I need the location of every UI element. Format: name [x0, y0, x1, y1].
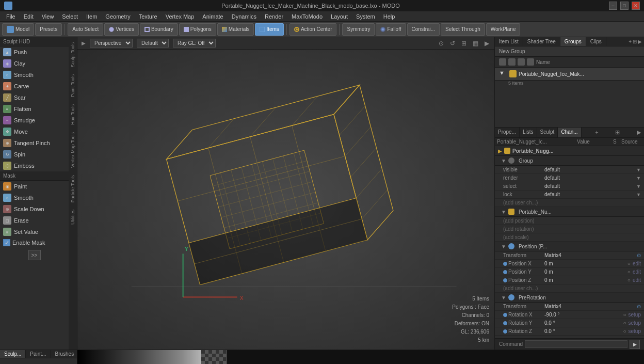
tool-erase[interactable]: ◻ Erase	[0, 215, 69, 226]
viewport[interactable]: ▶ Perspective Default Ray GL: Off ⊙ ↺ ⊞ …	[77, 37, 494, 350]
pos-y-radio[interactable]: ○	[627, 269, 631, 275]
expand-button[interactable]: >>	[28, 250, 41, 260]
constrain-button[interactable]: Constrai...	[407, 23, 440, 36]
pos-y-edit[interactable]: edit	[633, 269, 641, 275]
section-prerotation[interactable]: ▼ PreRotation	[495, 293, 644, 303]
rot-z-radio[interactable]: ○	[623, 328, 626, 334]
menu-file[interactable]: File	[2, 12, 20, 21]
vtab-paint-tools[interactable]: Paint Tools	[69, 71, 76, 100]
pos-z-radio[interactable]: ○	[627, 277, 631, 283]
ptab-properties[interactable]: Prope...	[495, 128, 520, 137]
tool-scar[interactable]: ╱ Scar	[0, 92, 69, 103]
rot-y-radio[interactable]: ○	[623, 320, 626, 326]
btab-sculpt[interactable]: Sculp...	[0, 350, 26, 358]
right-panel-menu[interactable]: ▶	[638, 39, 642, 44]
vtab-particle-tools[interactable]: Particle Tools	[69, 172, 76, 205]
command-submit[interactable]: ▶	[630, 340, 640, 349]
menu-item[interactable]: Item	[82, 12, 101, 21]
btab-paint[interactable]: Paint...	[26, 350, 51, 358]
rot-z-setup[interactable]: setup	[629, 328, 641, 334]
menu-animate[interactable]: Animate	[198, 12, 227, 21]
right-panel-expand[interactable]: ⊞	[633, 39, 637, 44]
items-button[interactable]: Items	[255, 23, 283, 36]
btab-brushes[interactable]: Brushes	[51, 350, 79, 358]
raygl-dropdown[interactable]: Ray GL: Off	[173, 39, 216, 48]
visible-arrow[interactable]: ▼	[636, 167, 641, 172]
tool-clay[interactable]: ◈ Clay	[0, 58, 69, 69]
viewport-icon1[interactable]: ⊙	[439, 40, 444, 47]
transform2-link-icon[interactable]: ⊙	[637, 304, 641, 309]
tool-carve[interactable]: ✦ Carve	[0, 81, 69, 92]
model-button[interactable]: Model	[2, 23, 34, 36]
menu-render[interactable]: Render	[261, 12, 287, 21]
tab-clips[interactable]: Clips	[586, 37, 606, 46]
auto-select-button[interactable]: Auto Select	[68, 23, 103, 36]
render-arrow[interactable]: ▼	[636, 176, 641, 181]
tab-groups[interactable]: Groups	[560, 37, 586, 46]
menu-edit[interactable]: Edit	[20, 12, 38, 21]
vtab-vertex-map-tools[interactable]: Vertex Map Tools	[69, 129, 76, 171]
menu-maxtomodo[interactable]: MaxToModo	[287, 12, 327, 21]
tool-smooth-mask[interactable]: ○ Smooth	[0, 192, 69, 203]
viewport-icon2[interactable]: ↺	[450, 40, 455, 47]
command-input[interactable]	[525, 340, 627, 348]
shading-dropdown[interactable]: Default	[137, 39, 169, 48]
menu-vertexmap[interactable]: Vertex Map	[162, 12, 199, 21]
pos-z-edit[interactable]: edit	[633, 277, 641, 283]
workplane-button[interactable]: WorkPlane	[486, 23, 521, 36]
section-portable-nu[interactable]: ▼ Portable_Nu...	[495, 207, 644, 217]
tool-flatten[interactable]: ≡ Flatten	[0, 103, 69, 115]
right-panel-add[interactable]: +	[629, 39, 632, 44]
tool-paint-mask[interactable]: ◉ Paint	[0, 181, 69, 192]
group-item[interactable]: ▼ Portable_Nugget_Ice_Mak...	[495, 68, 644, 81]
falloff-button[interactable]: Falloff	[376, 23, 406, 36]
menu-system[interactable]: System	[352, 12, 379, 21]
section-portable-nugg[interactable]: ▶ Portable_Nugg...	[495, 146, 644, 156]
presets-button[interactable]: Presets	[35, 23, 62, 36]
menu-geometry[interactable]: Geometry	[101, 12, 134, 21]
vtab-hair-tools[interactable]: Hair Tools	[69, 101, 76, 128]
tab-item-list[interactable]: Item List	[495, 37, 523, 46]
menu-help[interactable]: Help	[379, 12, 399, 21]
transform-link-icon[interactable]: ⊙	[637, 252, 641, 258]
section-position[interactable]: ▼ Position (P...	[495, 242, 644, 251]
close-button[interactable]: ✕	[632, 2, 640, 10]
materials-button[interactable]: Materials	[217, 23, 254, 36]
viewport-arrow[interactable]: ▶	[82, 40, 86, 46]
tool-scale-down[interactable]: ⊘ Scale Down	[0, 203, 69, 215]
ptab-channels[interactable]: Chan...	[558, 128, 581, 137]
action-center-button[interactable]: Action Center	[289, 23, 337, 36]
minimize-button[interactable]: –	[609, 2, 617, 10]
vtab-sculpt-tools[interactable]: Sculpt Tools	[69, 39, 76, 70]
enable-mask-checkbox[interactable]: ✓	[3, 239, 10, 246]
viewport-canvas[interactable]: X Y	[77, 50, 494, 350]
menu-select[interactable]: Select	[58, 12, 82, 21]
viewport-icon4[interactable]: ▦	[473, 40, 478, 47]
ptab-add[interactable]: +	[592, 128, 601, 137]
viewport-icon3[interactable]: ⊞	[461, 40, 466, 47]
tool-smooth[interactable]: ○ Smooth	[0, 69, 69, 81]
tool-smudge[interactable]: ~ Smudge	[0, 115, 69, 126]
perspective-dropdown[interactable]: Perspective	[90, 39, 133, 48]
viewport-icon5[interactable]: ▶	[485, 40, 489, 47]
ptab-expand[interactable]: ⊞	[612, 128, 623, 137]
tab-shader-tree[interactable]: Shader Tree	[523, 37, 560, 46]
menu-view[interactable]: View	[38, 12, 58, 21]
group-toggle[interactable]: ▼	[499, 70, 507, 78]
tool-spin[interactable]: ↻ Spin	[0, 149, 69, 160]
tool-move[interactable]: ✥ Move	[0, 126, 69, 137]
tool-push[interactable]: ▲ Push	[0, 46, 69, 58]
menu-texture[interactable]: Texture	[135, 12, 162, 21]
pos-x-edit[interactable]: edit	[633, 261, 641, 266]
menu-layout[interactable]: Layout	[327, 12, 352, 21]
ptab-menu[interactable]: ▶	[634, 128, 644, 137]
polygons-button[interactable]: Polygons	[179, 23, 216, 36]
boundary-button[interactable]: Boundary	[140, 23, 178, 36]
vertices-button[interactable]: Vertices	[104, 23, 139, 36]
tool-tangent-pinch[interactable]: ⊕ Tangent Pinch	[0, 137, 69, 149]
select-arrow[interactable]: ▼	[636, 184, 641, 189]
pos-x-radio[interactable]: ○	[627, 261, 631, 266]
tool-emboss[interactable]: ⬡ Emboss	[0, 160, 69, 171]
symmetry-button[interactable]: Symmetry	[342, 23, 375, 36]
tool-set-value[interactable]: # Set Value	[0, 226, 69, 238]
